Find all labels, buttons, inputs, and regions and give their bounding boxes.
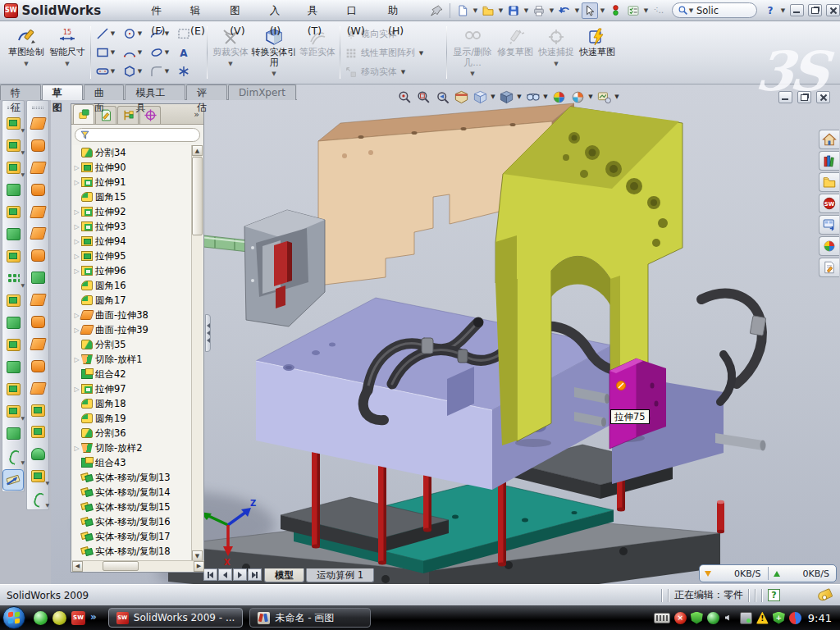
zoom-area-button[interactable] [414, 89, 432, 105]
right-hoses[interactable] [701, 294, 766, 402]
tray-keyboard-icon[interactable] [654, 613, 670, 623]
tray-shield-plus-icon[interactable]: + [773, 612, 785, 624]
tree-item[interactable]: 实体-移动/复制18 [72, 544, 193, 559]
section-view-button[interactable] [452, 89, 470, 105]
tree-item[interactable]: ▷ 拉伸93 [72, 219, 193, 234]
options-dropdown[interactable]: ▼ [643, 2, 649, 19]
surfaces-knit-surface-button[interactable] [27, 267, 48, 289]
apply-scene-button[interactable] [568, 89, 587, 105]
edit-appearance-button[interactable] [550, 89, 568, 105]
tree-item[interactable]: 圆角18 [72, 396, 193, 411]
open-button-dropdown[interactable]: ▼ [498, 2, 504, 19]
doc-tab-1[interactable]: 运动算例 1 [306, 568, 374, 582]
menu-item[interactable]: 插入(I) [259, 0, 297, 41]
options-button[interactable] [625, 2, 641, 19]
cm-disp-button[interactable]: 显示/删除几...▼ [451, 25, 494, 80]
graphics-area[interactable]: Y Z X ▼▼▼▼▼ » 分割34 ▷ 拉伸90 [51, 84, 840, 584]
features-split-body-button[interactable] [2, 334, 24, 356]
surfaces-freeform-button[interactable]: ▼ [27, 465, 48, 487]
tree-item[interactable]: ▷ 拉伸97 [72, 381, 193, 396]
display-style-dropdown[interactable]: ▼ [516, 94, 523, 100]
expander-icon[interactable]: ▷ [72, 223, 81, 231]
tree-item[interactable]: ▷ 切除-放样2 [72, 441, 193, 455]
surfaces-boundary-surface-button[interactable] [27, 179, 48, 201]
taskbar-window-1[interactable]: 未命名 - 画图 [249, 608, 371, 628]
previous-tab-button[interactable] [218, 568, 232, 581]
sketch-ellipse-button[interactable]: ▼ [149, 45, 170, 60]
search-box[interactable]: ▼Solic [672, 2, 757, 18]
part-cavity-insert[interactable] [203, 210, 325, 326]
taskpane-home-button[interactable] [819, 130, 839, 149]
new-document-button[interactable] [454, 2, 471, 19]
cm-dim-button[interactable]: 智能尺寸▼ [48, 25, 87, 80]
tags-icon[interactable] [816, 588, 833, 602]
sketch-circle-button[interactable]: ▼ [122, 26, 143, 41]
tree-item[interactable]: 分割36 [72, 426, 193, 441]
quick-launch-solidworks-icon[interactable]: SW [71, 611, 85, 625]
surfaces-filled-surface-button[interactable] [27, 399, 48, 422]
app-restore-button[interactable] [808, 4, 822, 16]
features-mirror-body-button[interactable] [2, 356, 24, 378]
sketch-slot-button[interactable]: ▼ [95, 64, 116, 79]
sketch-line-button[interactable]: ▼ [95, 26, 116, 41]
tree-filter-input[interactable] [75, 128, 200, 142]
tree-item[interactable]: 实体-移动/复制16 [72, 514, 193, 529]
tree-item[interactable]: 圆角19 [72, 411, 193, 426]
expander-icon[interactable]: ▷ [72, 238, 81, 245]
tray-network-icon[interactable] [740, 612, 752, 624]
surfaces-ruled-surface-button[interactable] [27, 377, 48, 399]
surfaces-extend-surface-button[interactable] [27, 157, 48, 179]
sketch-rect-button[interactable]: ▼ [95, 45, 116, 60]
select-dropdown[interactable]: ▼ [600, 2, 605, 19]
surfaces-offset-surface-button[interactable] [27, 289, 48, 311]
cm-tab-1[interactable]: 草图 [42, 84, 83, 100]
menu-item[interactable]: 视图(V) [219, 0, 258, 41]
features-extruded-cut-button[interactable]: ▼ [2, 135, 24, 157]
sketch-arc-button[interactable]: ▼ [122, 45, 143, 60]
print-button-dropdown[interactable]: ▼ [549, 2, 555, 19]
features-extruded-boss-button[interactable]: ▼ [2, 112, 24, 135]
cm-tab-3[interactable]: 模具工具 [125, 84, 185, 100]
apply-scene-dropdown[interactable]: ▼ [587, 94, 594, 100]
surfaces-untrim-surface-button[interactable] [27, 222, 48, 244]
cm-repair-button[interactable]: 修复草图 [495, 25, 535, 80]
previous-view-button[interactable] [433, 89, 451, 105]
cm-rapid-button[interactable]: 快速草图 [578, 25, 617, 80]
features-rib-button[interactable] [2, 290, 24, 312]
cm-tab-5[interactable]: DimXpert [228, 84, 296, 100]
cm-pencil-button[interactable]: 草图绘制▼ [7, 25, 46, 80]
new-document-button-dropdown[interactable]: ▼ [472, 2, 478, 19]
start-button[interactable] [2, 606, 25, 629]
next-tab-button[interactable] [233, 568, 247, 581]
taskpane-appearances-button[interactable] [819, 236, 839, 256]
tree-item[interactable]: 实体-移动/复制17 [72, 529, 193, 544]
print-button[interactable] [531, 2, 547, 19]
tree-item[interactable]: ▷ 拉伸91 [72, 175, 193, 189]
surfaces-revolve-surface-button[interactable] [27, 135, 48, 157]
features-curve-button[interactable]: ▼ [2, 445, 24, 467]
tree-horizontal-scrollbar[interactable]: ◀ ▶ [72, 560, 204, 571]
expander-icon[interactable]: ▷ [72, 179, 81, 186]
view-settings-dropdown[interactable]: ▼ [614, 94, 620, 100]
help-dropdown[interactable]: ▼ [780, 2, 786, 19]
tree-item[interactable]: ▷ 曲面-拉伸39 [72, 322, 193, 337]
tray-shield-green-icon[interactable] [691, 612, 703, 624]
pin-icon[interactable] [429, 2, 445, 19]
tree-item[interactable]: 实体-移动/复制13 [72, 470, 193, 485]
cm-lpat-button[interactable]: 线性草图阵列▼ [345, 44, 441, 62]
tree-item[interactable]: 圆角15 [72, 189, 193, 204]
cm-tab-2[interactable]: 曲面 [84, 84, 125, 100]
scroll-thumb[interactable] [192, 157, 203, 235]
open-button[interactable] [480, 2, 496, 19]
menu-item[interactable]: 帮助(H) [377, 0, 418, 41]
surfaces-cylinder-surface-button[interactable] [27, 443, 48, 465]
tray-alert-yellow-icon[interactable]: ! [756, 612, 769, 624]
panel-splitter-handle[interactable] [205, 314, 211, 352]
quick-launch-antivirus-ball-icon[interactable] [52, 611, 66, 625]
cm-tab-0[interactable]: 特征 [0, 84, 41, 100]
tree-item[interactable]: 分割35 [72, 337, 193, 352]
quick-launch-overflow-icon[interactable]: » [90, 611, 97, 625]
menu-item[interactable]: 工具(T) [297, 0, 336, 41]
features-shell-button[interactable] [2, 223, 24, 245]
features-reference-plane-button[interactable]: ▼ [2, 400, 24, 422]
